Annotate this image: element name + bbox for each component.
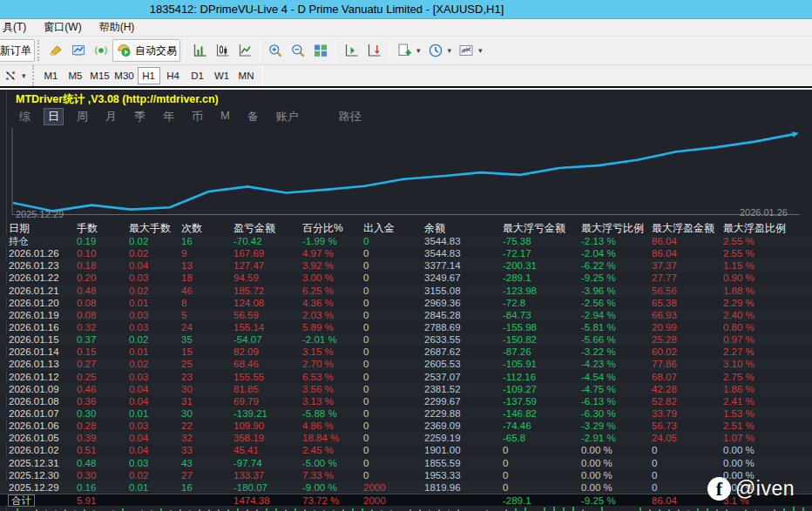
tile-windows-button[interactable] (309, 39, 332, 62)
highlighter-button[interactable] (44, 39, 67, 62)
cell: -72.17 (503, 247, 581, 259)
cell: 0.46 (77, 383, 129, 395)
timeframe-m30[interactable]: M30 (113, 67, 136, 84)
row-date: 2026.01.23 (9, 259, 77, 272)
tab-周[interactable]: 周 (73, 109, 91, 124)
signals-button[interactable] (90, 39, 112, 62)
auto-scroll-button[interactable] (362, 39, 385, 62)
timeframe-w1[interactable]: W1 (211, 67, 233, 84)
cell: 2.55 % (723, 235, 812, 247)
cell: 2.45 % (302, 444, 363, 456)
cell: 0 (503, 469, 581, 481)
timeframe-mn[interactable]: MN (235, 67, 258, 84)
line-chart-button[interactable] (233, 39, 256, 62)
tab-年[interactable]: 年 (159, 109, 178, 124)
cell: 0 (363, 395, 424, 407)
tab-币[interactable]: 币 (188, 109, 206, 124)
cell: -2.56 % (581, 297, 652, 309)
cell: 20.99 (652, 321, 723, 333)
cell: 0 (363, 444, 424, 456)
column-header: 最大浮亏金额 (503, 222, 581, 235)
tab-季[interactable]: 季 (131, 109, 149, 124)
cell: -54.07 (233, 333, 302, 346)
toolbar-separator (184, 40, 185, 61)
timeframe-h4[interactable]: H4 (162, 67, 185, 84)
profiles-button[interactable] (67, 39, 90, 62)
new-order-button[interactable]: 新订单 (0, 39, 35, 62)
periods-clock-icon (428, 43, 443, 58)
tab-M[interactable]: M (217, 109, 233, 124)
cell: 3249.67 (424, 272, 503, 284)
tab-path[interactable]: 路径 (335, 109, 365, 124)
tab-备[interactable]: 备 (244, 109, 262, 124)
zoom-out-button[interactable] (287, 39, 309, 62)
row-date: 2026.01.19 (9, 309, 77, 321)
cell: 0.03 (129, 457, 181, 469)
tab-日[interactable]: 日 (44, 109, 63, 124)
bar-chart-button[interactable] (188, 39, 211, 62)
cell: 4.97 % (302, 247, 363, 259)
menu-item[interactable]: 帮助(H) (91, 18, 144, 37)
menu-bar: 具(T)窗口(W)帮助(H) (0, 19, 812, 37)
timeframe-h1[interactable]: H1 (138, 67, 160, 84)
candlestick-chart-button[interactable] (211, 39, 233, 62)
table-row: 2026.01.200.080.018124.084.36 %02969.36-… (0, 297, 812, 309)
cell: 2229.88 (424, 407, 503, 420)
cell: -3.29 % (581, 420, 652, 432)
cell: 2381.52 (424, 383, 503, 395)
cell: -112.16 (503, 371, 581, 383)
row-date: 2026.01.13 (9, 358, 77, 370)
new-order-label: 新订单 (0, 44, 31, 58)
cell: 0.04 (129, 259, 181, 272)
templates-button[interactable]: ▾ (455, 39, 486, 62)
timeframe-m1[interactable]: M1 (40, 67, 63, 84)
watermark-handle: @iven (735, 477, 795, 501)
cell: -9.25 % (581, 494, 652, 507)
timeframe-m15[interactable]: M15 (89, 67, 112, 84)
cell: 0.30 (77, 407, 129, 420)
tab-月[interactable]: 月 (102, 109, 120, 124)
cell: 42.28 (652, 383, 723, 395)
table-row: 2026.01.160.320.0324155.145.89 %02788.69… (0, 321, 812, 333)
cell: 124.08 (233, 297, 302, 309)
timeframe-d1[interactable]: D1 (186, 67, 209, 84)
table-row: 2026.01.260.100.029167.694.97 %03544.83-… (0, 247, 812, 259)
cell: -6.22 % (581, 259, 652, 272)
cell (129, 494, 181, 507)
cursor-tool-button[interactable]: ▾ (0, 67, 30, 84)
tab-账户[interactable]: 账户 (273, 109, 302, 124)
auto-trading-button[interactable]: 自动交易 (112, 39, 180, 62)
cell: 24.05 (652, 432, 723, 444)
cell: 2000 (363, 494, 424, 507)
cell: -146.82 (503, 407, 581, 420)
periods-clock-button[interactable]: ▾ (424, 39, 456, 62)
menu-item[interactable]: 窗口(W) (35, 18, 90, 37)
cell: 65.38 (652, 297, 723, 309)
new-chart-button[interactable]: ▾ (393, 39, 424, 62)
cell: 0.04 (129, 383, 181, 395)
cell: 1.88 % (723, 285, 812, 297)
cell: 25.28 (652, 333, 723, 346)
cell: 2537.07 (424, 371, 503, 383)
cell: -97.74 (233, 457, 302, 469)
cell: 45.41 (233, 444, 302, 456)
chart-shift-button[interactable] (340, 39, 362, 62)
cell: -2.01 % (302, 333, 363, 346)
row-date: 合计 (9, 494, 77, 507)
cell: 127.47 (233, 259, 302, 272)
tab-综[interactable]: 综 (16, 109, 34, 124)
cell: 0 (363, 432, 424, 444)
cell: 0.25 (77, 371, 129, 383)
cell: -2.13 % (581, 235, 652, 247)
cell: 9 (181, 247, 233, 259)
cell: 0.28 (77, 420, 129, 432)
cell: 69.79 (233, 395, 302, 407)
zoom-in-button[interactable] (264, 39, 287, 62)
timeframe-m5[interactable]: M5 (64, 67, 87, 84)
cell: 0 (363, 247, 424, 259)
menu-item[interactable]: 具(T) (0, 18, 35, 37)
cell: 0.01 (129, 407, 181, 420)
cell: 0.48 (77, 457, 129, 469)
cell: 2.51 % (723, 420, 812, 432)
dropdown-arrow-icon: ▾ (416, 46, 421, 55)
